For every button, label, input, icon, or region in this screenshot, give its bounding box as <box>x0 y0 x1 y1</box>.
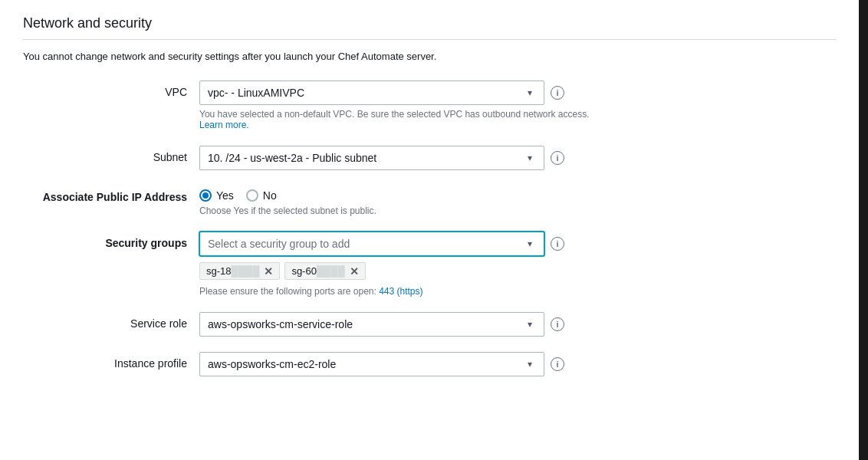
warning-text: You cannot change network and security s… <box>23 51 836 62</box>
tag-sg18-close[interactable]: ✕ <box>264 266 273 277</box>
vpc-row: VPC vpc- - LinuxAMIVPC ▾ i You have sele… <box>23 80 836 130</box>
security-groups-port-info: Please ensure the following ports are op… <box>199 286 598 297</box>
vpc-helper-message: You have selected a non-default VPC. Be … <box>199 109 590 120</box>
service-role-chevron-icon: ▾ <box>524 318 536 330</box>
subnet-info-icon[interactable]: i <box>551 151 564 165</box>
subnet-row: Subnet 10. /24 - us-west-2a - Public sub… <box>23 146 836 170</box>
security-groups-label: Security groups <box>23 232 199 249</box>
instance-profile-value: aws-opsworks-cm-ec2-role <box>208 358 336 370</box>
page-title: Network and security <box>23 15 836 31</box>
instance-profile-info-icon[interactable]: i <box>551 357 564 371</box>
right-border <box>863 0 868 460</box>
associate-ip-no-option[interactable]: No <box>246 189 277 202</box>
instance-profile-chevron-icon: ▾ <box>524 358 536 370</box>
security-groups-tags: sg-18████ ✕ sg-60████ ✕ <box>199 262 598 280</box>
vpc-learn-more-link[interactable]: Learn more. <box>199 120 249 130</box>
security-groups-row: Security groups Select a security group … <box>23 232 836 297</box>
associate-ip-yes-option[interactable]: Yes <box>199 189 234 202</box>
instance-profile-select-container: aws-opsworks-cm-ec2-role ▾ i <box>199 352 598 376</box>
vpc-helper-text: You have selected a non-default VPC. Be … <box>199 109 598 130</box>
vpc-select-value: vpc- - LinuxAMIVPC <box>208 87 304 99</box>
subnet-select-container: 10. /24 - us-west-2a - Public subnet ▾ i <box>199 146 598 170</box>
section-divider <box>23 39 836 40</box>
subnet-select-value: 10. /24 - us-west-2a - Public subnet <box>208 152 376 164</box>
tag-sg60-label: sg-60████ <box>291 265 344 277</box>
tag-sg18-label: sg-18████ <box>206 265 259 277</box>
security-groups-select-container: Select a security group to add ▾ i <box>199 232 598 256</box>
instance-profile-select[interactable]: aws-opsworks-cm-ec2-role ▾ <box>199 352 544 376</box>
associate-ip-helper: Choose Yes if the selected subnet is pub… <box>199 205 598 216</box>
tag-sg60-close[interactable]: ✕ <box>350 266 359 277</box>
security-groups-control: Select a security group to add ▾ i sg-18… <box>199 232 598 297</box>
associate-ip-yes-radio[interactable] <box>199 189 212 202</box>
associate-ip-no-label: No <box>263 189 277 202</box>
service-role-label: Service role <box>23 312 199 330</box>
associate-ip-label: Associate Public IP Address <box>23 186 199 203</box>
associate-ip-radio-group: Yes No <box>199 186 598 202</box>
instance-profile-row: Instance profile aws-opsworks-cm-ec2-rol… <box>23 352 836 376</box>
security-groups-placeholder: Select a security group to add <box>208 238 350 250</box>
instance-profile-label: Instance profile <box>23 352 199 370</box>
instance-profile-control: aws-opsworks-cm-ec2-role ▾ i <box>199 352 598 376</box>
security-groups-chevron-icon: ▾ <box>524 238 536 250</box>
associate-ip-row: Associate Public IP Address Yes No Choos… <box>23 186 836 216</box>
security-group-tag-sg60: sg-60████ ✕ <box>284 262 365 280</box>
subnet-chevron-icon: ▾ <box>524 152 536 164</box>
security-group-tag-sg18: sg-18████ ✕ <box>199 262 280 280</box>
vpc-select-container: vpc- - LinuxAMIVPC ▾ i <box>199 80 598 105</box>
vpc-info-icon[interactable]: i <box>551 86 564 100</box>
security-groups-select[interactable]: Select a security group to add ▾ <box>199 232 544 256</box>
vpc-chevron-icon: ▾ <box>524 87 536 99</box>
associate-ip-no-radio[interactable] <box>246 189 258 202</box>
port-link[interactable]: 443 (https) <box>379 286 422 297</box>
service-role-select-container: aws-opsworks-cm-service-role ▾ i <box>199 312 598 337</box>
subnet-label: Subnet <box>23 146 199 163</box>
vpc-select[interactable]: vpc- - LinuxAMIVPC ▾ <box>199 80 544 105</box>
port-info-text: Please ensure the following ports are op… <box>199 286 376 297</box>
associate-ip-control: Yes No Choose Yes if the selected subnet… <box>199 186 598 216</box>
service-role-select[interactable]: aws-opsworks-cm-service-role ▾ <box>199 312 544 337</box>
subnet-control: 10. /24 - us-west-2a - Public subnet ▾ i <box>199 146 598 170</box>
service-role-info-icon[interactable]: i <box>551 317 564 331</box>
service-role-row: Service role aws-opsworks-cm-service-rol… <box>23 312 836 337</box>
associate-ip-yes-label: Yes <box>216 189 234 202</box>
vpc-control: vpc- - LinuxAMIVPC ▾ i You have selected… <box>199 80 598 130</box>
vpc-label: VPC <box>23 80 199 98</box>
service-role-control: aws-opsworks-cm-service-role ▾ i <box>199 312 598 337</box>
service-role-value: aws-opsworks-cm-service-role <box>208 318 353 330</box>
subnet-select[interactable]: 10. /24 - us-west-2a - Public subnet ▾ <box>199 146 544 170</box>
security-groups-info-icon[interactable]: i <box>551 237 564 251</box>
